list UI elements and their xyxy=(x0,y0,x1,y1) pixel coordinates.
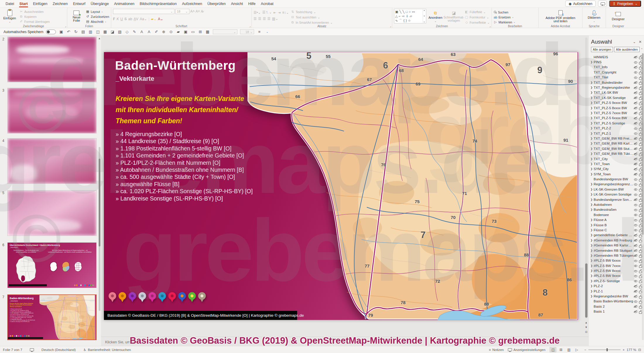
expand-chevron-icon[interactable]: ❯ xyxy=(590,122,594,125)
layer-row[interactable]: ❯ TXT_Copyright xyxy=(589,70,644,75)
expand-chevron-icon[interactable]: ❯ xyxy=(590,157,594,160)
expand-chevron-icon[interactable]: ❯ xyxy=(590,193,594,196)
expand-chevron-icon[interactable]: ❯ xyxy=(590,137,594,140)
display-settings-shortcut[interactable] xyxy=(30,348,34,351)
layer-row[interactable]: ❯ TXT_GEM_BW RB Karlsruhe xyxy=(589,141,644,146)
shape-icon[interactable]: ○ xyxy=(409,10,411,13)
visibility-eye-icon[interactable] xyxy=(633,213,638,217)
expand-chevron-icon[interactable]: ❯ xyxy=(590,127,594,130)
expand-chevron-icon[interactable]: ❯ xyxy=(590,162,594,165)
expand-chevron-icon[interactable]: ❯ xyxy=(590,249,594,252)
layer-row[interactable]: ❯ Bodensee xyxy=(589,212,644,217)
visibility-eye-icon[interactable] xyxy=(633,218,638,222)
visibility-eye-icon[interactable] xyxy=(633,121,638,125)
layer-row[interactable]: ❯ #PLZ-5- Sonstige xyxy=(589,278,644,283)
visibility-eye-icon[interactable] xyxy=(633,60,638,64)
visibility-eye-icon[interactable] xyxy=(633,228,638,232)
hide-all-button[interactable]: Alle ausblenden xyxy=(614,47,640,52)
expand-chevron-icon[interactable]: ❯ xyxy=(590,183,594,186)
layer-row[interactable]: ❯ SYM_City xyxy=(589,167,644,172)
menu-tab[interactable]: Animationen xyxy=(112,1,137,7)
layer-row[interactable]: ❯ PLZ-1 xyxy=(589,289,644,294)
previous-slide-icon[interactable]: ▲ xyxy=(585,321,588,324)
layer-row[interactable]: ❯ #PLZ-5 BW 9xxxx xyxy=(589,273,644,278)
close-icon[interactable]: ✕ xyxy=(639,40,642,44)
visibility-eye-icon[interactable] xyxy=(633,249,638,252)
layer-row[interactable]: ❯ SYM_Town xyxy=(589,172,644,176)
reset-button[interactable]: ↺Zurücksetzen xyxy=(86,14,109,19)
show-all-button[interactable]: Alle anzeigen xyxy=(591,47,613,52)
expand-chevron-icon[interactable]: ❯ xyxy=(590,96,594,99)
layer-row[interactable]: ❯ Regierungsbezirke BW xyxy=(589,294,644,299)
visibility-eye-icon[interactable] xyxy=(633,106,638,110)
expand-chevron-icon[interactable]: ❯ xyxy=(590,188,594,191)
visibility-eye-icon[interactable] xyxy=(633,152,638,156)
visibility-eye-icon[interactable] xyxy=(633,126,638,130)
paste-button[interactable]: Einfügen⌄ xyxy=(2,9,18,24)
expand-chevron-icon[interactable]: ❯ xyxy=(590,132,594,135)
visibility-eye-icon[interactable] xyxy=(633,131,638,135)
layer-row[interactable]: ❯ TXT_Town xyxy=(589,161,644,166)
qat-icon[interactable]: ▣ xyxy=(183,30,188,34)
qat-icon[interactable]: A xyxy=(146,30,152,34)
zoom-out-button[interactable]: − xyxy=(584,348,586,352)
menu-tab[interactable]: Hilfe xyxy=(246,1,258,7)
slide-sorter-view-button[interactable]: ⊞ xyxy=(557,347,564,352)
layer-row[interactable]: ❯ TXT_PLZ-2 xyxy=(589,126,644,131)
expand-chevron-icon[interactable]: ❯ xyxy=(590,142,594,145)
text-direction-button[interactable]: ⇅Textrichtung ⌄ xyxy=(291,10,333,14)
grow-font-icon[interactable]: A˄ xyxy=(190,9,195,13)
expand-chevron-icon[interactable]: ❯ xyxy=(590,224,594,227)
expand-chevron-icon[interactable]: ❯ xyxy=(590,259,594,262)
visibility-eye-icon[interactable] xyxy=(633,294,638,298)
layer-row[interactable]: ❯ Basis 1 xyxy=(589,309,644,314)
layer-row[interactable]: ❯ TXT_Titel xyxy=(589,75,644,80)
expand-chevron-icon[interactable]: ❯ xyxy=(590,203,594,206)
layer-row[interactable]: ❯ Bundesstraßen xyxy=(589,207,644,212)
shape-icon[interactable]: ⌒ xyxy=(399,19,402,22)
layer-row[interactable]: ❯ TXT_PLZ-1 xyxy=(589,131,644,136)
shape-icon[interactable]: ☆ xyxy=(408,19,411,22)
indent-button[interactable]: ⇥ xyxy=(278,11,281,15)
visibility-eye-icon[interactable] xyxy=(633,208,638,212)
layer-row[interactable]: ❯ #Gemeinden RB Freiburg xyxy=(589,238,644,243)
dialog-launcher-icon[interactable]: ⌟ xyxy=(489,25,491,28)
visibility-eye-icon[interactable] xyxy=(633,55,638,59)
visibility-eye-icon[interactable] xyxy=(633,147,638,150)
expand-chevron-icon[interactable]: ❯ xyxy=(590,269,594,272)
qat-icon[interactable]: ⊙ xyxy=(168,30,174,34)
dialog-launcher-icon[interactable]: ⌟ xyxy=(65,25,66,28)
layer-row[interactable]: ❯ #PLZ-5 BW 8xxxx xyxy=(589,268,644,273)
visibility-eye-icon[interactable] xyxy=(633,310,638,313)
layer-row[interactable]: ❯ TXT_Bundesländer xyxy=(589,80,644,85)
qat-icon[interactable]: ✎ xyxy=(132,30,137,34)
visibility-eye-icon[interactable] xyxy=(633,223,638,227)
expand-chevron-icon[interactable]: ❯ xyxy=(590,152,594,155)
expand-chevron-icon[interactable]: ❯ xyxy=(590,91,594,94)
language-indicator[interactable]: Deutsch (Deutschland) xyxy=(42,348,76,352)
qat-icon[interactable]: ✐ xyxy=(154,30,159,34)
dialog-launcher-icon[interactable]: ⌟ xyxy=(390,25,391,28)
shape-icon[interactable]: ▣ xyxy=(395,10,398,13)
find-button[interactable]: Suchen xyxy=(494,10,515,14)
layer-row[interactable]: ❯ TXT_Info xyxy=(589,65,644,70)
layer-row[interactable]: ❯ TXT_GEM_BW RB Stuttgart xyxy=(589,146,644,151)
visibility-eye-icon[interactable] xyxy=(633,116,638,120)
visibility-eye-icon[interactable] xyxy=(633,264,638,268)
shape-icon[interactable]: □ xyxy=(406,10,408,13)
expand-chevron-icon[interactable]: ❯ xyxy=(590,274,594,277)
layer-row[interactable]: ❯ #PLZ-5 BW 6xxxx xyxy=(589,258,644,263)
qat-icon[interactable]: ▦ xyxy=(205,30,210,34)
layer-row[interactable]: ❯ TXT_PLZ-5 9xxxx BW xyxy=(589,100,644,105)
layout-button[interactable]: ▦Layout ⌄ xyxy=(86,9,109,14)
slide-title[interactable]: Baden-Württemberg xyxy=(115,59,236,73)
layer-row[interactable]: ❯ TXT_Regierungsbezirke xyxy=(589,85,644,90)
share-button[interactable]: ↥ Freigeben ⌄ xyxy=(609,1,641,7)
layer-row[interactable]: ❯ Flüsse B xyxy=(589,222,644,227)
create-pdf-button[interactable]: Adobe PDF erstellen und teilen xyxy=(543,9,578,24)
selection-pane-scrollbar[interactable] xyxy=(642,53,644,340)
qat-overflow-icon[interactable]: ⌄ xyxy=(265,30,270,33)
move-up-icon[interactable]: ⌃ xyxy=(641,48,643,51)
visibility-eye-icon[interactable] xyxy=(633,279,638,283)
thumbnail-scrollbar[interactable] xyxy=(99,147,100,311)
